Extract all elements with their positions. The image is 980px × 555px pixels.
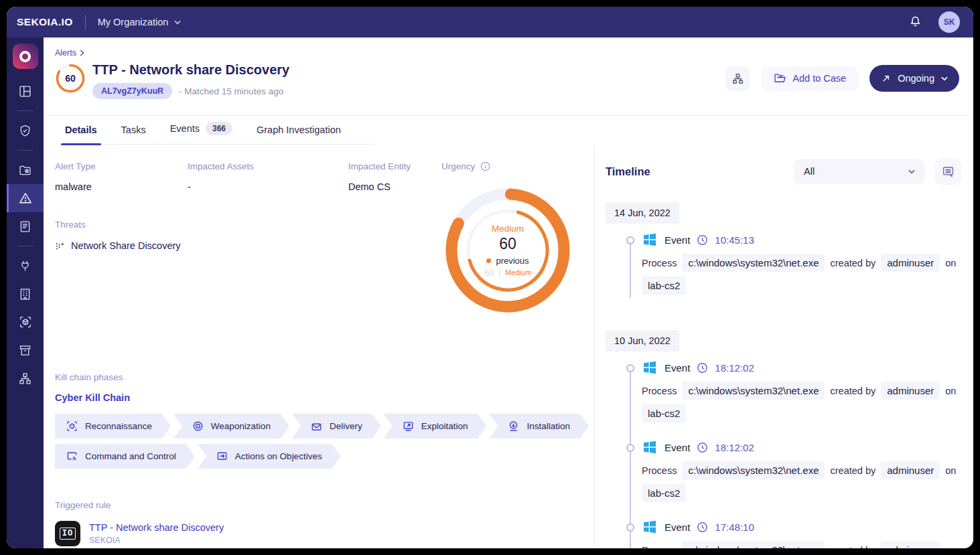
info-icon[interactable] [480,161,490,171]
reconnaissance-icon [66,420,78,432]
tab-tasks[interactable]: Tasks [121,125,146,144]
timeline-event: Event 18:12:02 Process c:\windows\system… [606,439,961,502]
user-avatar[interactable]: SK [938,11,960,33]
bell-icon [908,15,922,29]
breadcrumb[interactable]: Alerts [55,48,84,58]
building-icon [18,287,32,301]
impacted-assets-label: Impacted Assets [188,161,348,171]
folder-scope-icon [18,163,32,177]
sidebar-item-organization[interactable] [7,280,44,308]
sidebar-item-sandbox[interactable] [7,308,44,336]
sidebar-item-archive[interactable] [7,336,44,364]
urgency-gauge: Medium 60 previous 60 Medium [437,180,578,321]
tabs-row: Details Tasks Events 366 Graph Investiga… [44,116,973,145]
threats-label: Threats [55,220,441,230]
rule-name-link[interactable]: TTP - Network share Discovery [89,522,224,533]
topbar: SEKOIA.IO My Organization SK [7,7,973,37]
page-header: Alerts 60 TTP - Network share Discovery [44,37,973,116]
sidebar-divider [17,246,33,246]
alert-type-label: Alert Type [55,161,188,171]
windows-icon [642,519,658,535]
sidebar-item-alerts[interactable] [7,184,44,212]
page-title: TTP - Network share Discovery [92,62,289,78]
dashboard-icon [18,84,32,98]
arrow-up-right-icon [881,74,891,84]
matched-timestamp: - Matched 15 minutes ago [179,86,283,96]
kill-chain-phase-installation: Installation [489,414,589,439]
timeline-group: 14 Jun, 2022 Event 10:45:13 P [606,202,961,313]
timeline-filter-value: All [804,166,815,177]
sidebar-item-intelligence[interactable] [7,156,44,184]
command-control-icon [66,451,78,462]
sidebar-divider [17,150,33,151]
topbar-divider [85,15,86,29]
timeline-event-header[interactable]: Event 18:12:02 [642,439,961,455]
process-path-chip: c:\windows\system32\net.exe [682,541,825,548]
timeline-event-header[interactable]: Event 10:45:13 [642,232,961,248]
urgency-level: Medium [492,224,524,234]
organization-name: My Organization [98,17,169,27]
events-count-badge: 366 [206,122,232,135]
user-chip: adminuser [881,382,940,400]
kill-chain-name-link[interactable]: Cyber Kill Chain [55,392,130,403]
timeline-title: Timeline [606,165,650,178]
kill-chain-phase-command-and-control: Command and Control [55,444,195,469]
sekoia-logo[interactable] [13,44,38,69]
clock-icon [697,522,708,533]
timeline-event: Event 10:45:13 Process c:\windows\system… [606,232,961,295]
shield-check-icon [18,124,32,138]
details-panel: Alert Type malware Impacted Assets - Imp… [44,145,594,548]
timeline-event: Event 18:12:02 Process c:\windows\system… [606,360,961,422]
chevron-down-icon [908,169,915,174]
sidebar-item-dashboard[interactable] [7,77,44,105]
kill-chain-phase-exploitation: Exploitation [384,414,487,439]
tab-details[interactable]: Details [65,125,97,144]
windows-icon [642,439,658,455]
rule-vendor-logo: IO [55,521,80,546]
host-chip: lab-cs2 [642,404,686,422]
user-chip: adminuser [881,254,940,272]
user-chip: adminuser [881,541,940,548]
sidebar-item-integrations[interactable] [7,252,44,280]
exploitation-icon [403,420,414,432]
graph-view-button[interactable] [725,66,750,91]
folder-plus-icon [774,73,786,84]
process-path-chip: c:\windows\system32\net.exe [682,382,825,400]
comments-button[interactable] [934,158,961,185]
alert-triangle-icon [18,191,33,206]
timeline-event-header[interactable]: Event 17:48:10 [642,519,961,535]
notifications-button[interactable] [908,15,922,29]
status-label: Ongoing [898,73,934,84]
timeline-panel: Timeline All 14 Jun, 2022 [594,145,973,548]
host-chip: lab-cs2 [642,484,686,502]
tab-events[interactable]: Events 366 [170,122,232,144]
clock-icon [697,234,708,246]
add-to-case-button[interactable]: Add to Case [762,66,858,91]
breadcrumb-alerts-link: Alerts [55,48,76,58]
tab-graph-investigation[interactable]: Graph Investigation [257,125,341,144]
logo-o-icon [19,51,31,62]
status-button[interactable]: Ongoing [869,65,959,92]
kill-chain-phase-weaponization: Weaponization [173,414,289,439]
kill-chain-phase-reconnaissance: Reconnaissance [55,414,171,439]
organization-switcher[interactable]: My Organization [98,17,182,27]
process-path-chip: c:\windows\system32\net.exe [682,461,825,479]
urgency-value: 60 [499,235,516,253]
previous-level: Medium [505,268,531,276]
urgency-label: Urgency [441,161,475,171]
sidebar-item-reports[interactable] [7,212,44,240]
process-path-chip: c:\windows\system32\net.exe [682,254,825,272]
comment-icon [942,165,955,178]
timeline-event-header[interactable]: Event 18:12:02 [642,360,961,376]
sidebar-divider [17,110,33,111]
sidebar-item-sitemap[interactable] [7,364,44,392]
kill-chain-label: Kill chain phases [55,372,594,382]
sidebar-item-security[interactable] [7,116,44,145]
alert-type-value: malware [55,181,188,192]
delivery-icon [311,420,322,432]
timeline-filter-select[interactable]: All [794,159,925,184]
impacted-entity-value: Demo CS [348,181,441,192]
timeline-date-chip: 10 Jun, 2022 [606,330,679,351]
threat-item[interactable]: Network Share Discovery [55,240,441,251]
chevron-down-icon [941,76,948,81]
